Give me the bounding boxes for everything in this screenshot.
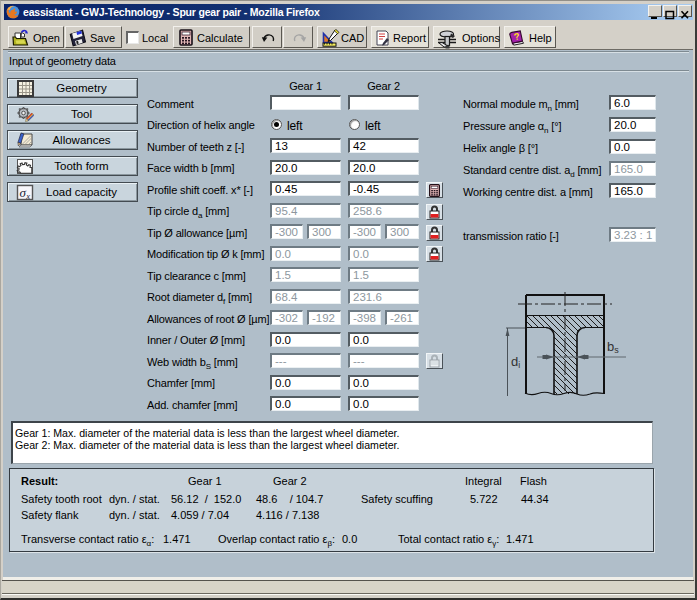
svg-text:bs: bs	[607, 339, 619, 355]
svg-text:di: di	[511, 354, 520, 370]
